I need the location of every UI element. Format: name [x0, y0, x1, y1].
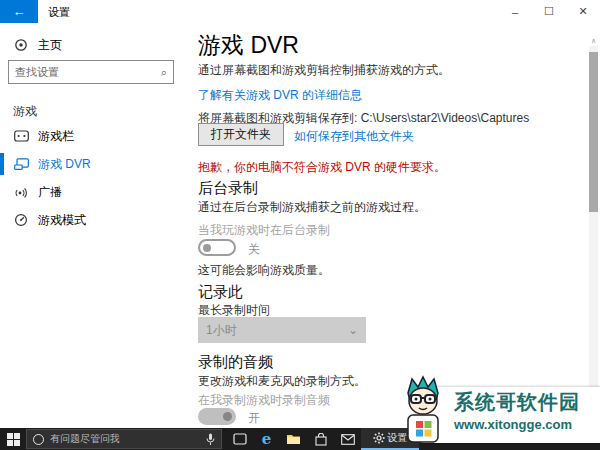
- sidebar-item-game-dvr[interactable]: 游戏 DVR: [0, 150, 192, 178]
- game-dvr-icon: [13, 156, 29, 172]
- window-controls: – ☐ ✕: [498, 0, 600, 23]
- record-audio-toggle-label: 在我录制游戏时录制音频: [198, 392, 330, 409]
- save-elsewhere-link[interactable]: 如何保存到其他文件夹: [294, 128, 414, 145]
- toggle-knob: [203, 244, 211, 252]
- section-recorded-audio: 录制的音频: [198, 353, 273, 372]
- page-title: 游戏 DVR: [198, 30, 299, 61]
- record-audio-toggle-state: 开: [248, 410, 260, 427]
- cortana-icon: [33, 434, 44, 445]
- max-record-time-dropdown[interactable]: 1小时 ⌄: [198, 317, 366, 343]
- search-input[interactable]: 查找设置 ⌕: [8, 60, 174, 84]
- settings-sidebar: 主页 查找设置 ⌕ 游戏 游戏栏 游戏 DVR 广播: [0, 23, 192, 428]
- sidebar-item-label: 游戏 DVR: [38, 156, 91, 173]
- recorded-audio-desc: 更改游戏和麦克风的录制方式。: [198, 373, 366, 390]
- back-arrow-icon: ←: [13, 4, 26, 19]
- task-view-button[interactable]: [226, 428, 253, 450]
- close-button[interactable]: ✕: [566, 0, 600, 23]
- minimize-button[interactable]: –: [498, 0, 532, 23]
- watermark-url: www.xitongge.com: [454, 417, 580, 432]
- learn-more-link[interactable]: 了解有关游戏 DVR 的详细信息: [198, 87, 362, 104]
- background-recording-toggle-label: 当我玩游戏时在后台录制: [198, 222, 330, 239]
- sidebar-item-broadcast[interactable]: 广播: [0, 178, 192, 206]
- sidebar-item-label: 游戏模式: [38, 212, 86, 229]
- open-folder-button[interactable]: 打开文件夹: [198, 123, 284, 146]
- sidebar-item-game-mode[interactable]: 游戏模式: [0, 206, 192, 234]
- dropdown-value: 1小时: [206, 322, 237, 339]
- start-button[interactable]: [0, 428, 26, 450]
- section-background-recording: 后台录制: [198, 179, 258, 198]
- back-button[interactable]: ←: [0, 0, 38, 23]
- sidebar-section-games: 游戏: [13, 103, 37, 120]
- site-watermark: 系统哥软件园 www.xitongge.com: [396, 377, 600, 445]
- home-gear-icon: [13, 37, 29, 53]
- desktop: ← 设置 – ☐ ✕ 主页 查找设置 ⌕ 游戏 游戏栏: [0, 0, 600, 450]
- sidebar-item-game-bar[interactable]: 游戏栏: [0, 122, 192, 150]
- gear-icon: [373, 432, 385, 444]
- scrollbar-up-arrow[interactable]: ∧: [589, 36, 598, 46]
- game-bar-icon: [13, 128, 29, 144]
- mascot-icon: [396, 375, 452, 445]
- window-title: 设置: [48, 5, 70, 20]
- sidebar-home-label: 主页: [38, 37, 62, 54]
- search-icon: ⌕: [161, 66, 173, 79]
- hardware-warning: 抱歉，你的电脑不符合游戏 DVR 的硬件要求。: [198, 159, 446, 176]
- watermark-text: 系统哥软件园 www.xitongge.com: [454, 389, 580, 432]
- page-subtitle: 通过屏幕截图和游戏剪辑控制捕获游戏的方式。: [198, 62, 450, 79]
- maximize-button[interactable]: ☐: [532, 0, 566, 23]
- edge-icon[interactable]: e: [253, 428, 280, 450]
- section-record-this: 记录此: [198, 283, 243, 302]
- toggle-knob: [223, 412, 232, 421]
- game-dvr-settings-panel: 游戏 DVR 通过屏幕截图和游戏剪辑控制捕获游戏的方式。 了解有关游戏 DVR …: [198, 23, 576, 428]
- mail-icon[interactable]: [334, 428, 361, 450]
- cortana-placeholder: 有问题尽管问我: [50, 432, 206, 446]
- game-mode-icon: [13, 212, 29, 228]
- store-icon[interactable]: [307, 428, 334, 450]
- background-recording-desc: 通过在后台录制游戏捕获之前的游戏过程。: [198, 199, 426, 216]
- watermark-title: 系统哥软件园: [454, 389, 580, 416]
- broadcast-icon: [13, 184, 29, 200]
- background-recording-toggle[interactable]: [198, 239, 236, 256]
- scrollbar-thumb[interactable]: [589, 52, 598, 212]
- microphone-icon: [206, 433, 215, 446]
- sidebar-item-label: 游戏栏: [38, 128, 74, 145]
- background-recording-toggle-state: 关: [248, 241, 260, 258]
- cortana-search-box[interactable]: 有问题尽管问我: [26, 429, 222, 449]
- sidebar-item-label: 广播: [38, 184, 62, 201]
- record-audio-toggle[interactable]: [198, 408, 236, 425]
- file-explorer-icon[interactable]: [280, 428, 307, 450]
- sidebar-item-home[interactable]: 主页: [0, 31, 192, 59]
- chevron-down-icon: ⌄: [348, 323, 358, 337]
- quality-note: 这可能会影响游戏质量。: [198, 262, 330, 279]
- search-placeholder: 查找设置: [9, 65, 161, 80]
